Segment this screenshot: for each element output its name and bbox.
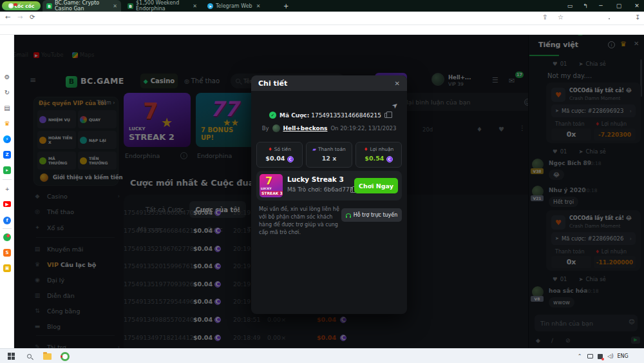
stat-profit: ♦Lợi nhuận $0.54 C <box>355 142 402 168</box>
support-note: Mọi vấn đề, xin vui lòng liên hệ với bộ … <box>259 206 340 237</box>
coccoc-logo-icon <box>8 3 14 8</box>
copy-icon[interactable] <box>384 113 389 118</box>
bettor-username[interactable]: Hell+beckons <box>283 125 328 132</box>
reload-icon[interactable]: ⟳ <box>30 14 35 21</box>
sidebar-divider <box>3 179 12 180</box>
bet-details-modal: Chi tiết ✕ ➤ ✓ Mã Cược: 1754913531466846… <box>251 75 407 314</box>
browser-tab-telegram[interactable]: ➤ Telegram Web ✕ <box>204 0 278 12</box>
verified-check-icon: ✓ <box>269 112 276 119</box>
sidebar-shop-icon[interactable]: S <box>3 249 11 257</box>
telegram-favicon: ➤ <box>207 3 213 9</box>
back-icon[interactable]: ← <box>5 14 10 21</box>
new-tab-button[interactable]: + <box>283 3 289 10</box>
game-title: Lucky Streak 3 <box>287 175 344 183</box>
start-button[interactable] <box>4 349 18 363</box>
profit-icon: ♦ <box>364 146 368 152</box>
coin-icon: C <box>287 156 294 162</box>
browser-tab-endorphina[interactable]: B $1,500 Weekend Endorphina ✕ <box>124 0 201 12</box>
modal-close-icon[interactable]: ✕ <box>395 80 400 87</box>
stat-amount: ♦Số tiền $0.04 C <box>256 142 303 168</box>
tab-close-icon[interactable]: ✕ <box>193 3 197 9</box>
tray-app-icon[interactable] <box>595 349 605 363</box>
windows-taskbar: ⌃ ◁) ENG 8:19 PM 1/13/2023 <box>0 348 644 363</box>
sidebar-pinned-site-icon[interactable] <box>3 233 11 241</box>
downloads-tray-icon[interactable]: ↧ <box>635 14 640 21</box>
taskbar-search-icon[interactable] <box>22 349 36 363</box>
browser-address-bar: ← → ⟳ bc.game/vi/game/lucky-streak-3-by-… <box>0 12 644 25</box>
bet-id-row: ✓ Mã Cược: 1754913531466846215 <box>251 112 407 119</box>
live-support-button[interactable]: Hỗ trợ trực tuyến <box>341 208 402 222</box>
taskbar-coccoc-icon[interactable] <box>58 349 72 363</box>
stat-payout: ▰Thanh toán 12 x <box>306 142 352 168</box>
game-card: 7 LUCKY STREAK 3 Lucky Streak 3 Mã Trò c… <box>256 171 402 201</box>
seven-glyph: 7 <box>265 175 272 187</box>
tray-language[interactable]: ENG <box>616 349 630 363</box>
coccoc-menu-button[interactable]: cốc cốc <box>2 1 41 10</box>
sidebar-divider <box>3 228 12 229</box>
window-close-button[interactable]: ✕ <box>630 0 644 12</box>
sidebar-add-icon[interactable]: ＋ <box>0 184 14 193</box>
bcgame-favicon: B <box>128 3 133 9</box>
play-now-button[interactable]: Chơi Ngay <box>354 178 398 193</box>
sidebar-messenger-icon[interactable]: ⚡ <box>3 135 11 143</box>
sidebar-history-icon[interactable]: ↻ <box>0 89 14 96</box>
modal-header: Chi tiết ✕ <box>251 75 407 91</box>
sidebar-games-icon[interactable]: ▸ <box>3 166 11 174</box>
tab-close-icon[interactable]: ✕ <box>256 3 261 9</box>
payout-icon: ▰ <box>312 146 316 152</box>
sidebar-image-icon[interactable]: ▣ <box>3 264 11 272</box>
taskbar-explorer-icon[interactable] <box>40 349 54 363</box>
bookmarks-bar: MGmail ▶YouTube Maps <box>0 25 644 35</box>
headset-icon <box>346 213 351 217</box>
modal-title: Chi tiết <box>258 79 287 88</box>
sidebar-settings-icon[interactable]: ⚙ <box>0 74 14 81</box>
sidebar-crown-icon[interactable]: ♛ <box>0 120 14 127</box>
restore-tab-icon[interactable]: ↰ <box>578 0 592 12</box>
sidebar-youtube-icon[interactable]: ▶ <box>3 201 11 207</box>
bettor-avatar <box>272 124 280 132</box>
window-minimize-button[interactable]: ─ <box>594 0 608 12</box>
media-control-icon[interactable]: ▭ <box>563 0 577 12</box>
amount-icon: ♦ <box>268 146 272 152</box>
browser-tab-bar: cốc cốc B BC.Game: Crypto Casino Gan ✕ B… <box>0 0 644 12</box>
bet-author-row: By Hell+beckons On 20:19:22, 13/1/2023 <box>251 124 407 132</box>
sidebar-feed-icon[interactable]: ▤ <box>0 104 14 112</box>
tray-hidden-icons[interactable]: ⌃ <box>574 349 585 363</box>
bookmark-star-icon[interactable]: ☆ <box>558 14 564 21</box>
browser-tab-bcgame[interactable]: B BC.Game: Crypto Casino Gan ✕ <box>43 0 121 12</box>
tray-network-icon[interactable] <box>585 349 595 363</box>
browser-sidebar: ⚙ ↻ ▤ ♛ ⚡ Z ▸ ＋ ▶ f S ▣ ⋯ <box>0 35 14 348</box>
share-bet-icon[interactable]: ➤ <box>390 101 400 111</box>
tab-close-icon[interactable]: ✕ <box>113 3 117 9</box>
bcgame-favicon: B <box>46 3 52 9</box>
tray-volume-icon[interactable]: ◁) <box>605 349 616 363</box>
sidebar-zalo-icon[interactable]: Z <box>3 151 11 159</box>
share-icon[interactable]: ⇪ <box>542 14 547 21</box>
coin-icon: C <box>386 156 393 162</box>
forward-icon[interactable]: → <box>17 14 23 21</box>
sidebar-facebook-icon[interactable]: f <box>3 217 11 224</box>
game-thumbnail[interactable]: 7 LUCKY STREAK 3 <box>260 174 283 197</box>
window-maximize-button[interactable]: ▢ <box>612 0 626 12</box>
